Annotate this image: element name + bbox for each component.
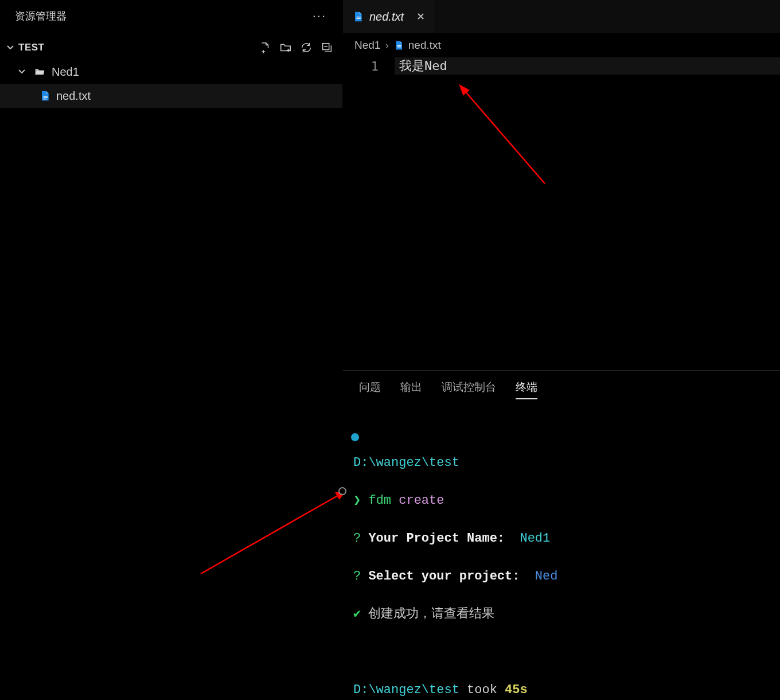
term-success: 创建成功，请查看结果 [368,607,494,621]
chevron-down-icon [17,67,28,76]
terminal-indicator-icon [351,433,359,441]
tab-terminal[interactable]: 终端 [516,380,537,399]
svg-rect-5 [357,18,361,19]
svg-rect-1 [44,96,48,96]
term-q1-answer: Ned1 [520,531,550,546]
svg-rect-2 [44,98,48,98]
check-icon: ✔ [353,607,368,621]
breadcrumb[interactable]: Ned1 › ned.txt [343,33,780,57]
term-q2-answer: Ned [535,569,558,584]
folder-name: Ned1 [52,65,79,79]
term-q1-label: Your Project Name: [368,531,512,546]
term-cmd-rest: create [391,493,444,508]
breadcrumb-file[interactable]: ned.txt [408,39,441,52]
term-cwd: D:\wangez\test [353,456,459,470]
question-mark-icon: ? [353,569,368,584]
section-actions [259,41,333,54]
tree-file[interactable]: ned.txt [0,84,342,108]
tab-label: ned.txt [369,10,404,24]
close-icon[interactable]: ✕ [416,10,425,23]
term-took-value: 45s [505,683,528,697]
breadcrumb-folder[interactable]: Ned1 [354,39,380,52]
section-name: TEST [18,42,44,53]
tree-folder[interactable]: Ned1 [0,60,342,84]
prompt-icon: ❯ [353,493,368,508]
explorer-section[interactable]: TEST [0,36,342,60]
svg-rect-7 [397,46,401,47]
code-editor[interactable]: 1 我是Ned [343,57,780,370]
file-name: ned.txt [56,90,91,103]
explorer-title: 资源管理器 [15,9,67,23]
explorer-header: 资源管理器 ··· [0,0,342,36]
chevron-down-icon [6,43,16,52]
term-q2-label: Select your project: [368,569,527,584]
explorer-sidebar: 资源管理器 ··· TEST [0,0,343,700]
refresh-icon[interactable] [300,41,313,54]
editor-group: ned.txt ✕ Ned1 › ned.txt 1 我是Ned 问题 输出 调… [343,0,780,700]
question-mark-icon: ? [353,531,368,546]
file-icon [352,10,364,23]
tab-debug[interactable]: 调试控制台 [442,380,496,399]
svg-rect-3 [44,99,46,99]
code-line[interactable]: 我是Ned [395,57,780,75]
new-file-icon[interactable] [259,41,271,54]
chevron-right-icon: › [385,39,388,52]
terminal[interactable]: D:\wangez\test ❯ fdm create ? Your Proje… [343,404,780,700]
tab-problems[interactable]: 问题 [359,380,381,399]
term-took-label: took [459,683,505,697]
tab-output[interactable]: 输出 [400,380,422,399]
bottom-panel: 问题 输出 调试控制台 终端 D:\wangez\test ❯ fdm crea… [343,370,780,700]
folder-open-icon [33,66,46,77]
term-cmd-prefix: fdm [368,493,391,508]
new-folder-icon[interactable] [279,41,292,54]
panel-tabs: 问题 输出 调试控制台 终端 [343,371,780,404]
line-number: 1 [343,59,395,73]
file-icon [39,90,50,102]
term-cwd2: D:\wangez\test [353,683,459,697]
collapse-all-icon[interactable] [321,41,333,54]
file-icon [393,40,404,51]
editor-tab[interactable]: ned.txt ✕ [343,0,434,33]
more-actions-icon[interactable]: ··· [313,9,326,24]
split-drag-handle[interactable] [338,487,346,495]
svg-rect-4 [357,17,361,17]
svg-rect-6 [397,45,401,46]
editor-tabbar: ned.txt ✕ [343,0,780,33]
